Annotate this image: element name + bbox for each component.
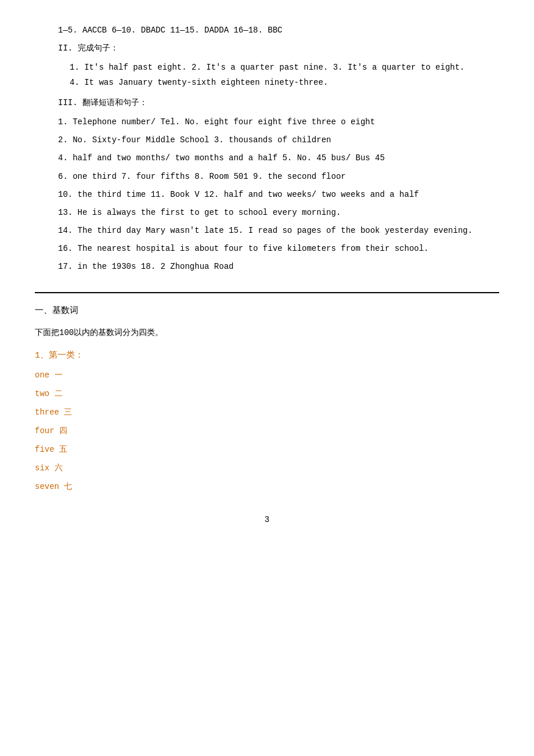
section3-label: III. 翻译短语和句子： [35,96,499,110]
item-7: 14. The third day Mary wasn't late 15. I… [35,224,499,238]
section-divider [35,292,499,293]
section2-label: II. 完成句子： [35,41,499,56]
item-1: 1. Telephone number/ Tel. No. eight four… [35,115,499,129]
word-list: one 一 two 二 three 三 four 四 five 五 six 六 … [35,370,499,492]
word-item-four: four 四 [35,426,499,436]
answers-section: 1—5. AACCB 6—10. DBADC 11—15. DADDA 16—1… [35,23,499,275]
item-3: 4. half and two months/ two months and a… [35,151,499,165]
word-item-six: six 六 [35,463,499,473]
answer-line1: 1—5. AACCB 6—10. DBADC 11—15. DADDA 16—1… [35,23,499,38]
word-item-two: two 二 [35,388,499,399]
section3-items: 1. Telephone number/ Tel. No. eight four… [35,115,499,275]
section2-line2: 4. It was January twenty-sixth eighteen … [35,75,499,90]
word-item-three: three 三 [35,407,499,417]
word-item-one: one 一 [35,370,499,380]
word-item-seven: seven 七 [35,481,499,492]
section2-line1: 1. It's half past eight. 2. It's a quart… [35,60,499,75]
main-heading: 一、基数词 [35,305,499,316]
item-9: 17. in the 1930s 18. 2 Zhonghua Road [35,260,499,274]
word-item-five: five 五 [35,444,499,455]
section-intro: 下面把100以内的基数词分为四类。 [35,327,499,338]
section2-text1: 1. It's half past eight. 2. It's a quart… [70,63,465,72]
category1-label: 1、第一类： [35,350,499,361]
item-4: 6. one third 7. four fifths 8. Room 501 … [35,170,499,184]
item-2: 2. No. Sixty-four Middle School 3. thous… [35,133,499,147]
page-number: 3 [35,515,499,524]
item-5: 10. the third time 11. Book V 12. half a… [35,188,499,202]
item-8: 16. The nearest hospital is about four t… [35,242,499,256]
item-6: 13. He is always the first to get to sch… [35,206,499,220]
